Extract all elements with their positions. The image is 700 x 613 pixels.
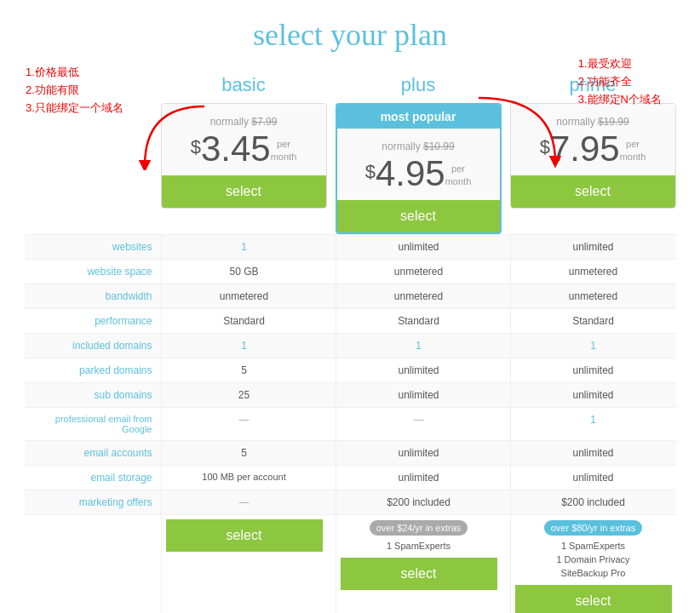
basic-marketing: — — [161, 490, 327, 514]
feature-row-email-storage: email storage 100 MB per account unlimit… — [25, 465, 676, 490]
plus-performance: Standard — [336, 309, 502, 333]
plan-plus-normally: normally $10.99 — [346, 140, 491, 152]
plan-plus-permonth: permonth — [445, 163, 472, 189]
plan-basic-normally: normally $7.99 — [170, 116, 318, 128]
label-marketing: marketing offers — [25, 490, 161, 514]
plan-plus-dollar: $ — [365, 161, 376, 183]
plan-plus: plus most popular normally $10.99 $ 4.95… — [336, 74, 502, 234]
plus-subdomains: unlimited — [336, 383, 502, 407]
prime-marketing: $200 included — [510, 490, 676, 514]
prime-extras-item-0: 1 SpamExperts — [515, 539, 672, 553]
label-subdomains: sub domains — [25, 383, 161, 407]
basic-performance: Standard — [161, 309, 327, 333]
feature-row-space: website space 50 GB unmetered unmetered — [25, 259, 676, 284]
plan-plus-card: most popular normally $10.99 $ 4.95 perm… — [336, 103, 502, 234]
basic-websites: 1 — [161, 235, 327, 259]
plan-plus-select-bottom[interactable]: select — [341, 558, 497, 590]
plan-plus-select-top[interactable]: select — [337, 200, 500, 232]
plan-basic-card: normally $7.99 $ 3.45 permonth select — [161, 103, 327, 209]
plan-prime-normally: normally $19.99 — [519, 116, 667, 128]
plus-space: unmetered — [336, 260, 502, 284]
prime-extras-item-1: 1 Domain Privacy — [515, 553, 672, 566]
plan-prime-select-bottom[interactable]: select — [515, 585, 672, 613]
plan-basic-select-top[interactable]: select — [162, 175, 326, 208]
plan-basic: basic normally $7.99 $ 3.45 permonth sel… — [161, 74, 327, 234]
plan-plus-popular-badge: most popular — [337, 105, 500, 129]
plan-plus-price: 4.95 — [376, 156, 445, 192]
plus-extras-item-0: 1 SpamExperts — [341, 539, 497, 553]
plan-basic-select-bottom[interactable]: select — [166, 519, 323, 552]
extras-row: select over $24/yr in extras 1 SpamExper… — [25, 514, 676, 613]
page-title: select your plan — [253, 17, 447, 53]
basic-extras: select — [161, 515, 327, 613]
basic-email-storage: 100 MB per account — [161, 466, 327, 490]
plus-extras-badge: over $24/yr in extras — [370, 520, 468, 536]
plan-basic-dollar: $ — [191, 136, 201, 158]
label-bandwidth: bandwidth — [25, 284, 161, 308]
plan-basic-price: 3.45 — [201, 131, 271, 167]
feature-row-email-accounts: email accounts 5 unlimited unlimited — [25, 440, 676, 465]
prime-extras: over $80/yr in extras 1 SpamExperts 1 Do… — [510, 515, 676, 613]
label-included-domains: included domains — [25, 334, 161, 358]
prime-extras-badge: over $80/yr in extras — [544, 520, 643, 536]
feature-row-websites: websites 1 unlimited unlimited — [25, 234, 676, 259]
label-email-storage: email storage — [25, 466, 161, 490]
basic-bandwidth: unmetered — [161, 284, 327, 308]
prime-prof-email: 1 — [510, 408, 676, 440]
plan-prime-select-top[interactable]: select — [511, 175, 675, 208]
plus-extras: over $24/yr in extras 1 SpamExperts sele… — [336, 515, 502, 613]
prime-subdomains: unlimited — [510, 383, 676, 407]
prime-websites: unlimited — [510, 235, 676, 259]
feature-row-marketing: marketing offers — $200 included $200 in… — [25, 490, 676, 514]
prime-parked: unlimited — [510, 358, 676, 382]
prime-email-storage: unlimited — [510, 466, 676, 490]
prime-bandwidth: unmetered — [510, 284, 676, 308]
plus-marketing: $200 included — [336, 490, 502, 514]
feature-row-performance: performance Standard Standard Standard — [25, 308, 676, 333]
prime-email-accounts: unlimited — [510, 441, 676, 465]
feature-row-subdomains: sub domains 25 unlimited unlimited — [25, 382, 676, 407]
label-websites: websites — [25, 235, 161, 259]
feature-row-included-domains: included domains 1 1 1 — [25, 333, 676, 358]
plan-basic-name: basic — [221, 74, 265, 96]
basic-parked: 5 — [161, 358, 327, 382]
prime-space: unmetered — [510, 260, 676, 284]
plan-prime-card: normally $19.99 $ 7.95 permonth select — [510, 103, 676, 209]
feature-row-prof-email: professional email from Google — — 1 — [25, 407, 676, 440]
plus-websites: unlimited — [336, 235, 502, 259]
plus-email-storage: unlimited — [336, 466, 502, 490]
features-section: websites 1 unlimited unlimited website s… — [25, 234, 676, 613]
plan-prime-price: 7.95 — [550, 131, 620, 167]
basic-included-domains: 1 — [161, 334, 327, 358]
annotation-left: 1.价格最低 2.功能有限 3.只能绑定一个域名 — [26, 64, 123, 117]
prime-extras-item-2: SiteBackup Pro — [515, 566, 672, 580]
plus-included-domains: 1 — [336, 334, 502, 358]
plus-parked: unlimited — [336, 358, 502, 382]
prime-performance: Standard — [510, 309, 676, 333]
basic-prof-email: — — [161, 408, 327, 440]
basic-email-accounts: 5 — [161, 441, 327, 465]
plus-prof-email: — — [336, 408, 502, 440]
label-parked: parked domains — [25, 358, 161, 382]
annotation-right: 1.最受欢迎 2.功能齐全 3.能绑定N个域名 — [578, 55, 662, 108]
plan-basic-permonth: permonth — [271, 138, 297, 164]
feature-row-parked: parked domains 5 unlimited unlimited — [25, 358, 676, 382]
label-performance: performance — [25, 309, 161, 333]
plan-prime-dollar: $ — [540, 136, 550, 158]
plan-prime-permonth: permonth — [620, 138, 646, 164]
prime-included-domains: 1 — [510, 334, 676, 358]
label-space: website space — [25, 260, 161, 284]
plan-plus-name: plus — [401, 74, 435, 96]
label-prof-email: professional email from Google — [25, 408, 161, 440]
plus-email-accounts: unlimited — [336, 441, 502, 465]
plus-bandwidth: unmetered — [336, 284, 502, 308]
feature-row-bandwidth: bandwidth unmetered unmetered unmetered — [25, 284, 676, 308]
basic-space: 50 GB — [161, 260, 327, 284]
label-email-accounts: email accounts — [25, 441, 161, 465]
basic-subdomains: 25 — [161, 383, 327, 407]
